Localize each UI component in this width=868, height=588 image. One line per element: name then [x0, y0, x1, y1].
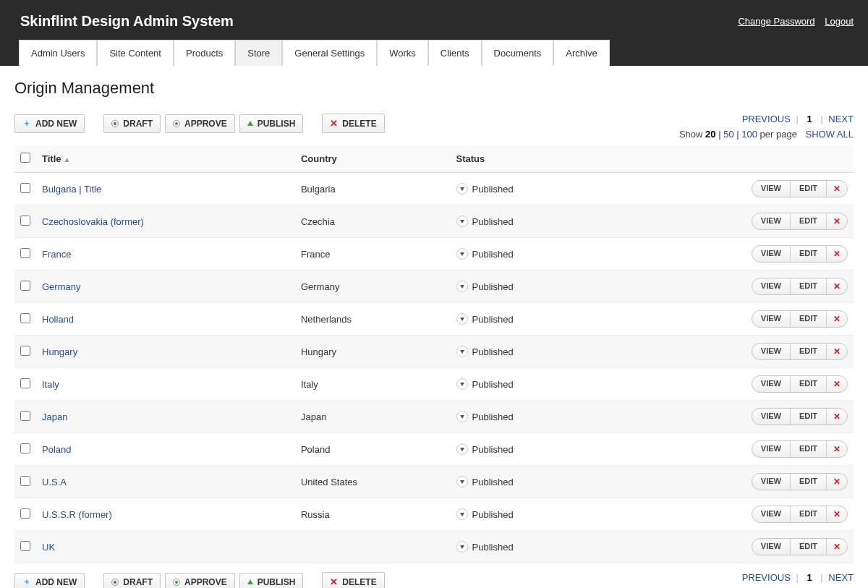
- pager-opt-100[interactable]: 100: [741, 129, 757, 140]
- view-button[interactable]: VIEW: [752, 344, 790, 359]
- view-button[interactable]: VIEW: [752, 213, 790, 229]
- status-dropdown-icon[interactable]: [456, 346, 468, 357]
- edit-button[interactable]: EDIT: [790, 539, 827, 555]
- row-delete-button[interactable]: ✕: [827, 278, 847, 294]
- col-status[interactable]: Status: [451, 145, 608, 173]
- pager-opt-50[interactable]: 50: [723, 129, 733, 140]
- row-title-link[interactable]: UK: [42, 542, 55, 553]
- row-title-link[interactable]: Hungary: [42, 346, 77, 357]
- row-title-link[interactable]: U.S.S.R (former): [42, 509, 112, 520]
- edit-button[interactable]: EDIT: [790, 278, 827, 294]
- approve-button[interactable]: APPROVE: [165, 114, 235, 133]
- status-dropdown-icon[interactable]: [456, 183, 468, 195]
- view-button[interactable]: VIEW: [752, 278, 790, 294]
- row-title-link[interactable]: Holland: [42, 314, 74, 325]
- edit-button[interactable]: EDIT: [790, 441, 827, 457]
- status-dropdown-icon[interactable]: [456, 508, 468, 520]
- nav-item[interactable]: Admin Users: [19, 40, 97, 66]
- row-checkbox[interactable]: [20, 183, 30, 193]
- delete-button[interactable]: ✕ DELETE: [322, 114, 384, 133]
- row-checkbox[interactable]: [20, 281, 30, 291]
- view-button[interactable]: VIEW: [752, 506, 790, 522]
- edit-button[interactable]: EDIT: [790, 344, 827, 359]
- status-dropdown-icon[interactable]: [456, 378, 468, 390]
- approve-button-bottom[interactable]: APPROVE: [165, 573, 235, 589]
- row-delete-button[interactable]: ✕: [827, 506, 847, 522]
- edit-button[interactable]: EDIT: [790, 409, 827, 425]
- change-password-link[interactable]: Change Password: [738, 16, 814, 27]
- nav-item[interactable]: Documents: [482, 40, 554, 66]
- status-dropdown-icon[interactable]: [456, 541, 468, 553]
- edit-button[interactable]: EDIT: [790, 181, 827, 197]
- draft-button-bottom[interactable]: DRAFT: [103, 573, 161, 589]
- row-delete-button[interactable]: ✕: [827, 246, 847, 262]
- delete-button-bottom[interactable]: ✕ DELETE: [322, 572, 384, 588]
- row-checkbox[interactable]: [20, 216, 30, 226]
- pager-opt-20[interactable]: 20: [705, 129, 715, 140]
- edit-button[interactable]: EDIT: [790, 213, 827, 229]
- edit-button[interactable]: EDIT: [790, 506, 827, 522]
- pager-show-all[interactable]: SHOW ALL: [806, 129, 854, 140]
- row-checkbox[interactable]: [20, 346, 30, 356]
- status-dropdown-icon[interactable]: [456, 313, 468, 325]
- row-checkbox[interactable]: [20, 508, 30, 519]
- nav-item[interactable]: Site Content: [97, 40, 174, 66]
- col-country[interactable]: Country: [295, 145, 451, 173]
- row-checkbox[interactable]: [20, 476, 30, 486]
- pager-previous-bottom[interactable]: PREVIOUS: [742, 572, 791, 583]
- row-checkbox[interactable]: [20, 313, 30, 323]
- row-delete-button[interactable]: ✕: [827, 474, 847, 490]
- row-delete-button[interactable]: ✕: [827, 213, 847, 229]
- nav-item[interactable]: Archive: [553, 40, 609, 66]
- row-title-link[interactable]: Japan: [42, 412, 67, 422]
- row-title-link[interactable]: Germany: [42, 281, 80, 292]
- view-button[interactable]: VIEW: [752, 441, 790, 457]
- select-all-checkbox[interactable]: [20, 153, 30, 163]
- row-title-link[interactable]: Bulgaria | Title: [42, 184, 101, 195]
- row-title-link[interactable]: France: [42, 249, 71, 260]
- add-new-button-bottom[interactable]: + ADD NEW: [14, 573, 85, 589]
- status-dropdown-icon[interactable]: [456, 281, 468, 292]
- nav-item[interactable]: General Settings: [282, 40, 377, 66]
- row-delete-button[interactable]: ✕: [827, 376, 847, 392]
- row-title-link[interactable]: U.S.A: [42, 477, 67, 487]
- nav-item[interactable]: Products: [174, 40, 235, 66]
- status-dropdown-icon[interactable]: [456, 443, 468, 455]
- row-checkbox[interactable]: [20, 443, 30, 453]
- edit-button[interactable]: EDIT: [790, 311, 827, 327]
- draft-button[interactable]: DRAFT: [103, 114, 161, 133]
- pager-next-bottom[interactable]: NEXT: [828, 572, 854, 583]
- view-button[interactable]: VIEW: [752, 246, 790, 262]
- col-title[interactable]: Title▲: [36, 145, 295, 173]
- row-checkbox[interactable]: [20, 248, 30, 258]
- row-delete-button[interactable]: ✕: [827, 539, 847, 555]
- edit-button[interactable]: EDIT: [790, 246, 827, 262]
- view-button[interactable]: VIEW: [752, 409, 790, 425]
- row-title-link[interactable]: Italy: [42, 379, 59, 390]
- row-checkbox[interactable]: [20, 411, 30, 421]
- row-checkbox[interactable]: [20, 378, 30, 388]
- edit-button[interactable]: EDIT: [790, 474, 827, 490]
- nav-item[interactable]: Clients: [428, 40, 482, 66]
- view-button[interactable]: VIEW: [752, 311, 790, 327]
- pager-next[interactable]: NEXT: [828, 114, 854, 124]
- view-button[interactable]: VIEW: [752, 181, 790, 197]
- view-button[interactable]: VIEW: [752, 539, 790, 555]
- row-delete-button[interactable]: ✕: [827, 181, 847, 197]
- nav-item[interactable]: Works: [377, 40, 428, 66]
- edit-button[interactable]: EDIT: [790, 376, 827, 392]
- row-checkbox[interactable]: [20, 541, 30, 551]
- view-button[interactable]: VIEW: [752, 376, 790, 392]
- row-delete-button[interactable]: ✕: [827, 409, 847, 425]
- publish-button-bottom[interactable]: PUBLISH: [239, 573, 304, 589]
- row-title-link[interactable]: Poland: [42, 444, 71, 455]
- row-delete-button[interactable]: ✕: [827, 441, 847, 457]
- logout-link[interactable]: Logout: [825, 16, 854, 27]
- publish-button[interactable]: PUBLISH: [239, 114, 304, 133]
- row-title-link[interactable]: Czechoslovakia (former): [42, 216, 144, 227]
- status-dropdown-icon[interactable]: [456, 248, 468, 260]
- nav-item[interactable]: Store: [235, 40, 282, 66]
- status-dropdown-icon[interactable]: [456, 476, 468, 487]
- view-button[interactable]: VIEW: [752, 474, 790, 490]
- row-delete-button[interactable]: ✕: [827, 311, 847, 327]
